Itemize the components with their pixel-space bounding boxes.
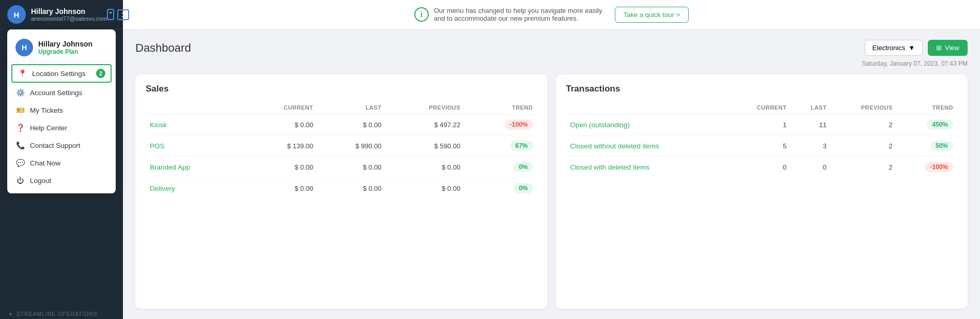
info-banner: i Our menu has changed to help you navig… <box>135 7 968 23</box>
sales-card: Sales CURRENT LAST PREVIOUS TREND Kiosk … <box>135 74 548 309</box>
row-trend: -100% <box>464 114 537 135</box>
row-current: $ 139.00 <box>242 135 318 157</box>
row-trend: 50% <box>897 135 957 157</box>
row-last: $ 990.00 <box>317 135 385 157</box>
row-previous: $ 590.00 <box>386 135 465 157</box>
row-last: 0 <box>790 157 831 178</box>
topbar: i Our menu has changed to help you navig… <box>123 0 980 29</box>
tickets-icon: 🎫 <box>15 106 25 114</box>
dropdown-user-name: Hillary Johnson <box>38 40 92 48</box>
sales-card-title: Sales <box>146 84 537 94</box>
help-icon: ❓ <box>15 124 25 132</box>
my-tickets-label: My Tickets <box>30 107 63 114</box>
sidebar: H Hillary Johnson aneconomist77@salesvu.… <box>0 0 123 319</box>
phone-icon: 📞 <box>15 141 25 149</box>
dashboard-controls: Electronics ▼ ⊞ View <box>865 40 968 56</box>
tx-col-name <box>566 101 728 114</box>
row-last: $ 0.00 <box>317 178 385 199</box>
contact-support-label: Contact Support <box>30 142 81 149</box>
row-label: Delivery <box>146 178 242 199</box>
dropdown-item-account-settings[interactable]: ⚙️ Account Settings <box>7 84 116 101</box>
store-select[interactable]: Electronics ▼ <box>865 40 923 56</box>
info-icon: i <box>414 7 429 22</box>
row-current: 5 <box>728 135 791 157</box>
sidebar-user-name: Hillary Johnson <box>31 7 107 16</box>
table-row: Closed without deleted items 5 3 2 50% <box>566 135 958 157</box>
row-trend: 67% <box>464 135 537 157</box>
row-label: POS <box>146 135 242 157</box>
user-dropdown-menu: H Hillary Johnson Upgrade Plan 📍 Locatio… <box>7 29 116 193</box>
sales-col-last: LAST <box>317 101 385 114</box>
tour-button[interactable]: Take a quick tour > <box>615 7 689 23</box>
logout-icon: ⏻ <box>15 176 25 185</box>
account-settings-icon: ⚙️ <box>15 88 25 97</box>
row-label: Branded App <box>146 157 242 178</box>
row-label: Closed with deleted items <box>566 157 728 178</box>
row-previous: $ 0.00 <box>386 157 465 178</box>
sales-col-trend: TREND <box>464 101 537 114</box>
table-row: Delivery $ 0.00 $ 0.00 $ 0.00 0% <box>146 178 537 199</box>
row-previous: 2 <box>831 157 897 178</box>
cards-row: Sales CURRENT LAST PREVIOUS TREND Kiosk … <box>135 74 968 309</box>
info-text: Our menu has changed to help you navigat… <box>434 7 610 22</box>
table-row: Closed with deleted items 0 0 2 -100% <box>566 157 958 178</box>
transactions-table: CURRENT LAST PREVIOUS TREND Open (outsta… <box>566 101 958 177</box>
row-previous: 2 <box>831 114 897 135</box>
sidebar-chevron-icon[interactable]: ⌃ <box>107 9 114 20</box>
transactions-card-title: Transactions <box>566 84 958 94</box>
table-row: POS $ 139.00 $ 990.00 $ 590.00 67% <box>146 135 537 157</box>
account-settings-label: Account Settings <box>30 89 82 97</box>
avatar: H <box>7 5 26 24</box>
row-last: $ 0.00 <box>317 114 385 135</box>
sales-col-name <box>146 101 242 114</box>
row-current: 1 <box>728 114 791 135</box>
sales-table: CURRENT LAST PREVIOUS TREND Kiosk $ 0.00… <box>146 101 537 199</box>
dropdown-item-logout[interactable]: ⏻ Logout <box>7 172 116 189</box>
row-trend: 0% <box>464 157 537 178</box>
row-current: $ 0.00 <box>242 114 318 135</box>
row-trend: 450% <box>897 114 957 135</box>
dropdown-item-chat-now[interactable]: 💬 Chat Now <box>7 154 116 172</box>
dropdown-upgrade-label: Upgrade Plan <box>38 48 92 55</box>
sales-col-previous: PREVIOUS <box>386 101 465 114</box>
chevron-down-icon: ▼ <box>908 44 915 52</box>
tx-col-current: CURRENT <box>728 101 791 114</box>
sidebar-user-email: aneconomist77@salesvu.com <box>31 16 107 22</box>
dashboard-title-row: Dashboard Electronics ▼ ⊞ View <box>135 40 968 56</box>
chat-now-label: Chat Now <box>30 159 60 167</box>
location-icon: 📍 <box>18 69 27 78</box>
row-label: Kiosk <box>146 114 242 135</box>
dropdown-item-my-tickets[interactable]: 🎫 My Tickets <box>7 101 116 119</box>
main-content: i Our menu has changed to help you navig… <box>123 0 980 319</box>
row-trend: 0% <box>464 178 537 199</box>
location-settings-label: Location Settings <box>32 70 86 78</box>
dashboard-area: Dashboard Electronics ▼ ⊞ View Saturday,… <box>123 29 980 319</box>
dropdown-item-contact-support[interactable]: 📞 Contact Support <box>7 136 116 154</box>
row-previous: $ 0.00 <box>386 178 465 199</box>
tx-col-last: LAST <box>790 101 831 114</box>
row-previous: $ 497.22 <box>386 114 465 135</box>
dropdown-avatar: H <box>15 39 33 56</box>
dropdown-item-location-settings[interactable]: 📍 Location Settings 2 <box>11 64 112 83</box>
user-info: Hillary Johnson aneconomist77@salesvu.co… <box>31 7 107 22</box>
store-select-label: Electronics <box>873 44 906 52</box>
sales-col-current: CURRENT <box>242 101 318 114</box>
sidebar-section-label: ▼ STREAMLINE OPERATIONS <box>0 306 123 319</box>
tx-col-previous: PREVIOUS <box>831 101 897 114</box>
tx-col-trend: TREND <box>897 101 957 114</box>
dropdown-user-header: H Hillary Johnson Upgrade Plan <box>7 34 116 62</box>
row-current: $ 0.00 <box>242 178 318 199</box>
dashboard-date: Saturday, January 07, 2023, 07:43 PM <box>135 60 968 67</box>
dropdown-item-help-center[interactable]: ❓ Help Center <box>7 119 116 136</box>
row-previous: 2 <box>831 135 897 157</box>
table-row: Open (outstanding) 1 11 2 450% <box>566 114 958 135</box>
section-arrow-icon: ▼ <box>8 312 13 317</box>
help-center-label: Help Center <box>30 124 67 132</box>
view-button[interactable]: ⊞ View <box>928 40 968 56</box>
sidebar-header[interactable]: H Hillary Johnson aneconomist77@salesvu.… <box>0 0 123 29</box>
row-last: $ 0.00 <box>317 157 385 178</box>
grid-icon: ⊞ <box>936 44 942 52</box>
row-current: 0 <box>728 157 791 178</box>
notification-badge: 1 <box>117 9 129 20</box>
location-badge: 2 <box>96 69 105 78</box>
